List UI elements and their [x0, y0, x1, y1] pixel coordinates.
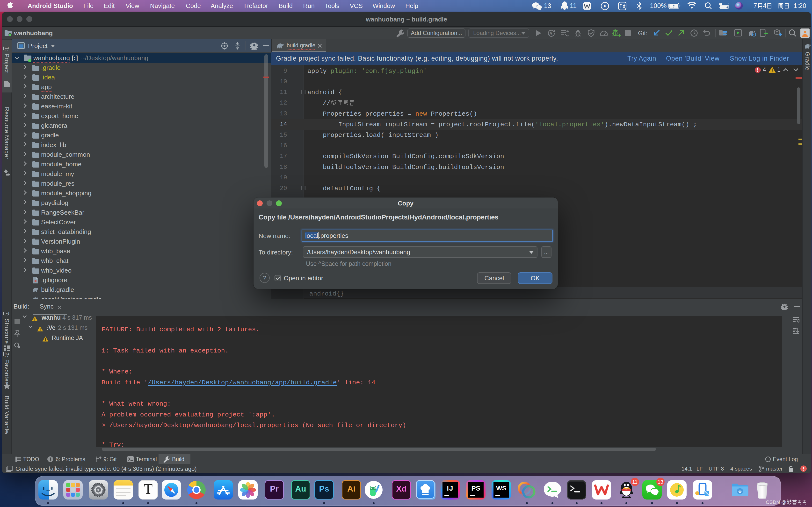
- svg-text:A: A: [549, 31, 552, 36]
